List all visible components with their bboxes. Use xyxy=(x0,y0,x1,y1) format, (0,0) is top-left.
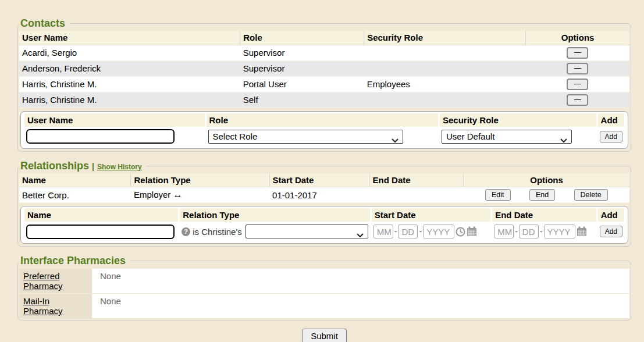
preferred-pharmacy-label-cell: Preferred Pharmacy xyxy=(19,269,92,293)
contacts-section: Contacts User Name Role Security Role Op… xyxy=(17,17,631,152)
date-dash: - xyxy=(515,227,518,236)
interface-pharmacies-section: Interface Pharmacies Preferred Pharmacy … xyxy=(17,255,631,320)
relationship-helper-text: is Christine's xyxy=(193,227,242,237)
pharmacy-row: Preferred Pharmacy None xyxy=(19,269,629,293)
add-relationship-type-select[interactable] xyxy=(245,225,368,238)
contacts-col-user-name: User Name xyxy=(19,31,240,45)
start-date-year-input[interactable] xyxy=(423,225,454,238)
edit-relationship-button[interactable]: Edit xyxy=(485,189,511,201)
end-date-day-input[interactable] xyxy=(519,225,539,238)
add-contact-header-row: User Name Role Security Role Add xyxy=(24,113,624,127)
mail-in-pharmacy-label-cell: Mail-In Pharmacy xyxy=(19,294,92,318)
add-relationship-input-row: ? is Christine's xyxy=(24,223,624,240)
interface-pharmacies-legend: Interface Pharmacies xyxy=(19,255,130,267)
add-contact-user-name-input[interactable] xyxy=(26,129,175,144)
pharmacies-table: Preferred Pharmacy None Mail-In Pharmacy… xyxy=(19,268,629,319)
relationship-name: Better Corp. xyxy=(19,187,131,203)
add-contact-box: User Name Role Security Role Add Select xyxy=(20,111,628,149)
contact-user-name: Acardi, Sergio xyxy=(19,45,240,60)
chevron-down-icon xyxy=(357,230,364,240)
bidirectional-arrow-icon: ↔ xyxy=(173,190,182,200)
relationships-table: Name Relation Type Start Date End Date O… xyxy=(19,173,629,204)
contact-minus-button[interactable]: — xyxy=(567,79,588,90)
contacts-col-security-role: Security Role xyxy=(364,31,526,45)
contact-user-name: Harris, Christine M. xyxy=(19,92,240,108)
add-contact-col-add: Add xyxy=(598,113,624,127)
contact-role: Portal User xyxy=(240,76,364,92)
calendar-icon[interactable] xyxy=(467,226,477,237)
help-icon[interactable]: ? xyxy=(182,227,190,236)
add-relationship-col-add: Add xyxy=(598,208,624,222)
mail-in-pharmacy-link[interactable]: Mail-In Pharmacy xyxy=(23,296,63,316)
date-dash: - xyxy=(540,227,543,236)
add-relationship-col-name: Name xyxy=(24,208,178,222)
add-contact-security-role-selected: User Default xyxy=(446,131,494,141)
mail-in-pharmacy-value: None xyxy=(92,294,629,318)
add-contact-table: User Name Role Security Role Add Select xyxy=(23,112,626,147)
chevron-down-icon xyxy=(392,135,399,145)
add-relationship-col-end-date: End Date xyxy=(492,208,596,222)
contacts-col-role: Role xyxy=(240,31,364,45)
legend-divider: | xyxy=(92,162,94,171)
contact-user-name: Harris, Christine M. xyxy=(19,76,240,92)
relationships-col-end-date: End Date xyxy=(369,173,464,187)
add-relationship-header-row: Name Relation Type Start Date End Date A… xyxy=(24,208,624,222)
end-relationship-button[interactable]: End xyxy=(529,189,555,201)
page: Contacts User Name Role Security Role Op… xyxy=(0,0,644,342)
preferred-pharmacy-link[interactable]: Preferred Pharmacy xyxy=(23,271,63,291)
add-contact-role-selected: Select Role xyxy=(213,131,258,141)
contact-security-role xyxy=(364,60,526,76)
relationships-col-name: Name xyxy=(19,173,131,187)
add-contact-security-role-select[interactable]: User Default xyxy=(442,130,572,144)
pharmacy-row: Mail-In Pharmacy None xyxy=(19,294,629,318)
end-date-month-input[interactable] xyxy=(494,225,514,238)
add-contact-button[interactable]: Add xyxy=(600,131,622,142)
end-date-year-input[interactable] xyxy=(544,225,575,238)
add-contact-col-user-name: User Name xyxy=(24,113,205,127)
contacts-legend: Contacts xyxy=(19,17,70,30)
relationship-end-date xyxy=(369,187,464,203)
relationships-col-start-date: Start Date xyxy=(269,173,369,187)
contact-minus-button[interactable]: — xyxy=(567,94,588,106)
contact-row: Harris, Christine M. Self — xyxy=(19,92,629,108)
start-date-month-input[interactable] xyxy=(373,225,393,238)
contact-security-role xyxy=(364,92,526,108)
contacts-header-row: User Name Role Security Role Options xyxy=(19,31,629,45)
contact-security-role xyxy=(364,45,526,60)
add-contact-role-select[interactable]: Select Role xyxy=(208,130,403,144)
contacts-col-options: Options xyxy=(526,31,629,45)
contact-role: Self xyxy=(240,92,364,108)
calendar-icon[interactable] xyxy=(577,226,587,237)
add-relationship-col-relation-type: Relation Type xyxy=(180,208,370,222)
contact-row: Acardi, Sergio Supervisor — xyxy=(19,45,629,60)
delete-relationship-button[interactable]: Delete xyxy=(574,189,608,201)
chevron-down-icon xyxy=(560,135,567,145)
add-relationship-box: Name Relation Type Start Date End Date A… xyxy=(20,206,628,244)
relationships-col-relation-type: Relation Type xyxy=(131,173,269,187)
submit-button[interactable]: Submit xyxy=(302,329,347,342)
add-relationship-table: Name Relation Type Start Date End Date A… xyxy=(23,207,626,241)
contact-security-role: Employees xyxy=(364,76,526,92)
contact-row: Anderson, Frederick Supervisor — xyxy=(19,60,629,76)
relationship-start-date: 01-01-2017 xyxy=(269,187,369,203)
contact-minus-button[interactable]: — xyxy=(567,47,588,59)
show-history-link[interactable]: Show History xyxy=(97,163,142,171)
add-relationship-button[interactable]: Add xyxy=(600,226,622,237)
relationships-legend: Relationships xyxy=(20,160,89,172)
relationships-header-row: Name Relation Type Start Date End Date O… xyxy=(19,173,629,187)
submit-row: Submit xyxy=(17,329,631,342)
start-date-day-input[interactable] xyxy=(398,225,418,238)
contact-role: Supervisor xyxy=(240,60,364,76)
contact-row: Harris, Christine M. Portal User Employe… xyxy=(19,76,629,92)
date-dash: - xyxy=(419,227,422,236)
contact-role: Supervisor xyxy=(240,45,364,60)
add-contact-col-role: Role xyxy=(207,113,438,127)
contact-minus-button[interactable]: — xyxy=(567,63,588,74)
preferred-pharmacy-value: None xyxy=(92,269,629,293)
relationships-col-options: Options xyxy=(464,173,629,187)
clock-icon[interactable] xyxy=(456,227,465,237)
add-relationship-name-input[interactable] xyxy=(26,225,175,239)
relationships-section: Relationships | Show History Name Relati… xyxy=(17,160,631,247)
relationship-type: Employer xyxy=(134,190,170,200)
add-relationship-col-start-date: Start Date xyxy=(372,208,490,222)
